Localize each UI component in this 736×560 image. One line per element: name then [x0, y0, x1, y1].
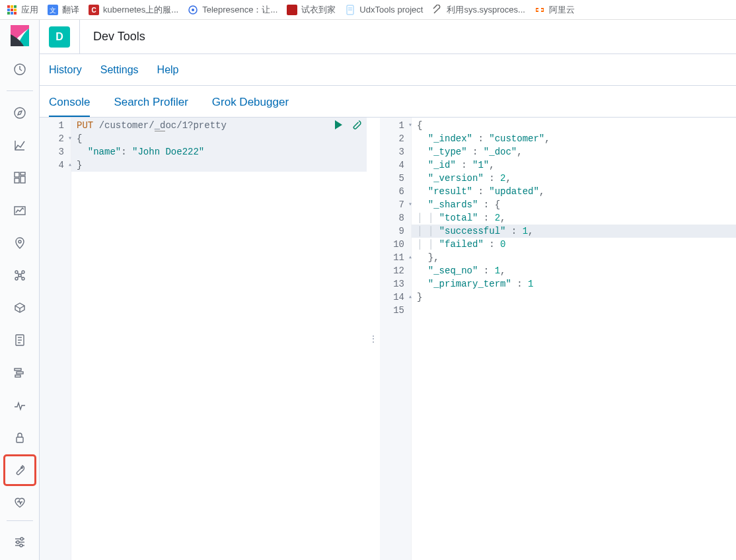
nav-recent-icon[interactable] [4, 54, 36, 84]
bookmark-label: 翻译 [62, 4, 79, 16]
bookmark-udxtools[interactable]: UdxTools project [345, 5, 423, 15]
svg-point-19 [22, 271, 24, 273]
tab-grok-debugger[interactable]: Grok Debugger [212, 96, 289, 117]
nav-logs-icon[interactable] [4, 326, 36, 355]
svg-rect-30 [17, 437, 23, 442]
nav-apm-icon[interactable] [4, 358, 36, 388]
request-pane: 1234 PUT /customer/_doc/1?pretty{ "name"… [40, 118, 367, 560]
svg-point-36 [17, 541, 19, 543]
svg-point-22 [18, 274, 21, 277]
nav-visualize-icon[interactable] [4, 130, 36, 160]
workspace: 1234 PUT /customer/_doc/1?pretty{ "name"… [40, 118, 736, 560]
nav-dev-tools-icon[interactable] [4, 455, 36, 485]
nav-dashboard-icon[interactable] [4, 163, 36, 193]
svg-rect-15 [15, 178, 19, 183]
nav-uptime-icon[interactable] [4, 390, 36, 420]
main-area: D Dev Tools History Settings Help Consol… [40, 20, 736, 560]
bookmark-apps[interactable]: 应用 [7, 4, 38, 16]
svg-point-31 [20, 467, 22, 468]
nav-infra-icon[interactable] [4, 293, 36, 322]
svg-rect-13 [20, 172, 25, 175]
svg-point-11 [15, 108, 25, 118]
kibana-logo[interactable] [9, 25, 30, 46]
doc-icon [345, 5, 355, 15]
svg-rect-28 [17, 372, 23, 374]
app-badge: D [49, 26, 70, 48]
bookmark-label: 利用sys.sysproces... [447, 4, 525, 16]
tab-console[interactable]: Console [49, 96, 90, 117]
svg-point-35 [20, 538, 23, 540]
red-icon [287, 5, 297, 15]
request-gutter: 1234 [40, 118, 71, 560]
svg-rect-12 [15, 172, 19, 177]
tab-search-profiler[interactable]: Search Profiler [114, 96, 188, 117]
bookmark-label: 应用 [21, 4, 38, 16]
pane-splitter[interactable]: ⋮ [367, 118, 380, 560]
svg-rect-6 [287, 5, 297, 15]
bookmark-label: 阿里云 [549, 4, 575, 16]
nav-maps-icon[interactable] [4, 228, 36, 258]
tool-icon [432, 5, 443, 15]
app-badge-wrap: D [49, 20, 80, 54]
subnav: History Settings Help [40, 54, 736, 86]
subnav-settings[interactable]: Settings [100, 64, 139, 76]
sidebar-separator [7, 90, 33, 91]
request-action-buttons [332, 119, 363, 131]
svg-text:文: 文 [50, 7, 56, 14]
app-title: Dev Tools [93, 30, 145, 44]
apps-grid-icon [7, 5, 17, 15]
svg-rect-29 [15, 375, 20, 377]
svg-point-37 [20, 544, 22, 547]
subnav-history[interactable]: History [49, 64, 82, 76]
bookmark-label: UdxTools project [359, 5, 423, 15]
aliyun-icon [534, 5, 545, 15]
svg-point-5 [192, 9, 194, 11]
nav-timelion-icon[interactable] [4, 195, 36, 225]
bookmark-aliyun[interactable]: 阿里云 [534, 4, 575, 16]
bookmark-translate[interactable]: 文 翻译 [48, 4, 79, 16]
response-viewer[interactable]: { "_index" : "customer", "_type" : "_doc… [412, 118, 736, 560]
translate-icon: 文 [48, 5, 58, 15]
bookmark-k8s[interactable]: C kubernetes上的服... [89, 4, 178, 16]
bookmark-label: kubernetes上的服... [103, 4, 178, 16]
bookmark-telepresence[interactable]: Telepresence：让... [188, 4, 277, 16]
response-gutter: 123456789101112131415 [380, 118, 412, 560]
wheel-icon [188, 5, 198, 15]
bookmark-sysproc[interactable]: 利用sys.sysproces... [432, 4, 525, 16]
browser-bookmarks-bar: 应用 文 翻译 C kubernetes上的服... Telepresence：… [0, 0, 736, 20]
topbar: D Dev Tools [40, 20, 736, 54]
tabs: Console Search Profiler Grok Debugger [40, 86, 736, 118]
response-pane: 123456789101112131415 { "_index" : "cust… [380, 118, 736, 560]
svg-point-20 [15, 277, 18, 280]
request-editor[interactable]: PUT /customer/_doc/1?pretty{ "name": "Jo… [71, 118, 367, 560]
svg-rect-27 [15, 368, 21, 370]
bookmark-shiyi[interactable]: 试衣到家 [287, 4, 336, 16]
sidebar-separator [7, 520, 33, 521]
bookmark-label: Telepresence：让... [202, 4, 277, 16]
k8s-icon: C [89, 5, 99, 15]
run-request-icon[interactable] [332, 119, 344, 131]
bookmark-label: 试衣到家 [301, 4, 336, 16]
svg-point-18 [15, 271, 18, 273]
subnav-help[interactable]: Help [157, 64, 179, 76]
svg-point-21 [22, 277, 24, 280]
svg-text:C: C [91, 7, 96, 14]
nav-management-icon[interactable] [4, 528, 36, 557]
svg-point-17 [18, 240, 21, 243]
svg-rect-14 [20, 176, 25, 183]
kibana-sidebar [0, 20, 40, 560]
nav-monitoring-icon[interactable] [4, 488, 36, 518]
nav-ml-icon[interactable] [4, 260, 36, 290]
wrench-icon[interactable] [351, 119, 363, 131]
nav-discover-icon[interactable] [4, 98, 36, 127]
nav-security-icon[interactable] [4, 423, 36, 452]
